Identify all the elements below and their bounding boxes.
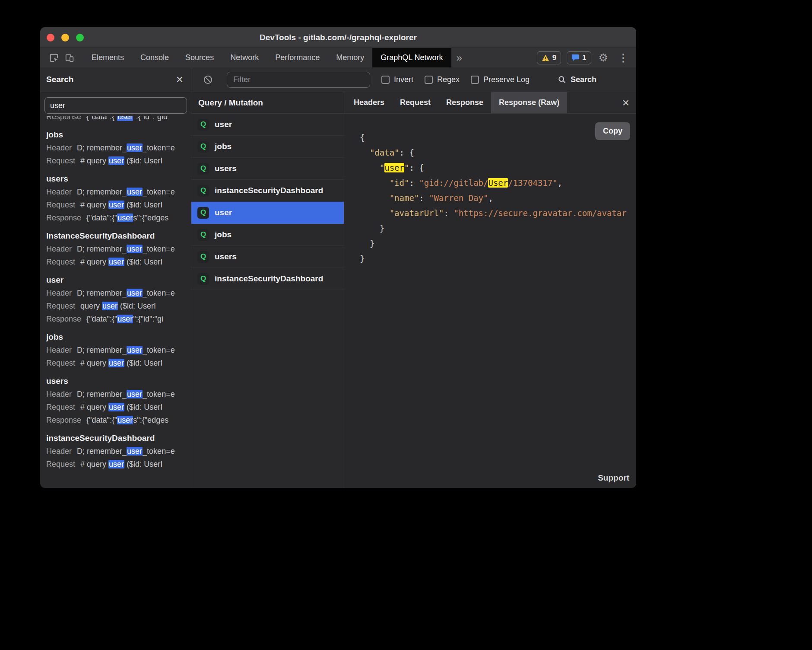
search-match-highlight: user — [127, 188, 143, 196]
device-toolbar-icon[interactable] — [62, 51, 77, 65]
result-line-response[interactable]: Response{"data":{"user":{"id":"gid — [46, 116, 185, 123]
tab-sources[interactable]: Sources — [177, 48, 222, 67]
toolbar-search[interactable]: Search — [558, 75, 596, 84]
tab-network[interactable]: Network — [222, 48, 267, 67]
json-line: "avatarUrl": "https://secure.gravatar.co… — [360, 206, 632, 221]
query-list-item-instancesecuritydashboard[interactable]: QinstanceSecurityDashboard — [191, 180, 344, 202]
checkbox-label-invert: Invert — [394, 75, 413, 84]
message-bubble-icon — [571, 54, 579, 61]
result-line-label: Header — [46, 390, 72, 398]
search-input[interactable] — [44, 97, 187, 114]
json-token: "data" — [370, 148, 400, 157]
close-detail-icon[interactable]: × — [615, 97, 636, 109]
inspect-element-icon[interactable] — [46, 51, 62, 65]
search-match-highlight: user — [127, 289, 143, 297]
search-match-highlight: user — [108, 201, 124, 209]
tab-graphql-network[interactable]: GraphQL Network — [372, 48, 451, 67]
json-token: } — [360, 223, 384, 233]
console-messages-badge[interactable]: 1 — [567, 51, 591, 64]
result-line-header[interactable]: HeaderD; remember_user_token=e — [46, 185, 185, 198]
result-line-text: ($id: UserI — [124, 258, 162, 266]
query-list-item-jobs[interactable]: Qjobs — [191, 136, 344, 158]
json-token: "gid://gitlab/ — [419, 178, 488, 188]
main-content: Response{"data":{"user":{"id":"gid jobsH… — [40, 92, 636, 488]
result-line-header[interactable]: HeaderD; remember_user_token=e — [46, 388, 185, 401]
tab-memory[interactable]: Memory — [328, 48, 372, 67]
result-operation-name[interactable]: users — [46, 376, 185, 386]
json-token: " — [404, 163, 409, 172]
traffic-lights — [40, 34, 84, 41]
result-line-label: Header — [46, 447, 72, 456]
tab-console[interactable]: Console — [132, 48, 177, 67]
detail-tab-headers[interactable]: Headers — [346, 92, 392, 113]
detail-tab-request[interactable]: Request — [392, 92, 438, 113]
result-operation-name[interactable]: instanceSecurityDashboard — [46, 433, 185, 443]
result-line-response[interactable]: Response{"data":{"users":{"edges — [46, 211, 185, 224]
devtools-window: DevTools - gitlab.com/-/graphql-explorer… — [40, 27, 636, 488]
query-list-item-user[interactable]: Quser — [191, 114, 344, 136]
settings-gear-icon[interactable]: ⚙ — [597, 51, 610, 64]
close-search-panel-icon[interactable]: × — [176, 73, 183, 86]
result-line-request[interactable]: Request# query user ($id: UserI — [46, 458, 185, 471]
console-warnings-badge[interactable]: 9 — [537, 51, 561, 64]
result-line-label: Header — [46, 346, 72, 354]
result-operation-name[interactable]: instanceSecurityDashboard — [46, 231, 185, 241]
more-tabs-chevron[interactable]: » — [451, 52, 467, 64]
detail-tab-response-raw[interactable]: Response (Raw) — [491, 92, 567, 113]
search-panel-title: Search — [46, 75, 73, 84]
tab-performance[interactable]: Performance — [267, 48, 328, 67]
result-line-request[interactable]: Request# query user ($id: UserI — [46, 357, 185, 370]
filter-input[interactable] — [227, 72, 370, 88]
query-list-item-jobs[interactable]: Qjobs — [191, 224, 344, 246]
copy-button[interactable]: Copy — [595, 122, 630, 140]
result-line-header[interactable]: HeaderD; remember_user_token=e — [46, 445, 185, 458]
tab-elements[interactable]: Elements — [83, 48, 132, 67]
query-list-item-user[interactable]: Quser — [191, 202, 344, 224]
zoom-window-button[interactable] — [76, 34, 84, 41]
result-operation-name[interactable]: jobs — [46, 332, 185, 342]
result-line-request[interactable]: Request# query user ($id: UserI — [46, 198, 185, 211]
result-line-request[interactable]: Requestquery user ($id: UserI — [46, 300, 185, 312]
message-count: 1 — [582, 54, 586, 62]
query-list-item-users[interactable]: Qusers — [191, 246, 344, 268]
titlebar: DevTools - gitlab.com/-/graphql-explorer — [40, 27, 636, 48]
json-token: "id" — [390, 178, 409, 188]
result-operation-name[interactable]: jobs — [46, 130, 185, 140]
result-line-request[interactable]: Request# query user ($id: UserI — [46, 401, 185, 414]
result-line-request[interactable]: Request# query user ($id: UserI — [46, 255, 185, 268]
toolbar: Search × InvertRegexPreserve Log Search — [40, 67, 636, 92]
result-line-header[interactable]: HeaderD; remember_user_token=e — [46, 141, 185, 154]
query-list-item-users[interactable]: Qusers — [191, 158, 344, 180]
result-line-header[interactable]: HeaderD; remember_user_token=e — [46, 242, 185, 255]
checkbox-box-invert[interactable] — [381, 76, 390, 84]
result-line-text: s":{"edges — [133, 213, 168, 222]
checkbox-preserve-log[interactable]: Preserve Log — [471, 75, 530, 84]
result-line-text: {"data":{" — [86, 416, 117, 424]
result-line-header[interactable]: HeaderD; remember_user_token=e — [46, 287, 185, 300]
result-operation-name[interactable]: users — [46, 174, 185, 184]
result-line-text: {"data":{" — [86, 315, 117, 323]
checkbox-invert[interactable]: Invert — [381, 75, 413, 84]
result-line-header[interactable]: HeaderD; remember_user_token=e — [46, 344, 185, 357]
checkbox-box-preserve-log[interactable] — [471, 76, 479, 84]
search-match-highlight: user — [127, 346, 143, 354]
result-line-label: Request — [46, 359, 75, 367]
result-line-response[interactable]: Response{"data":{"users":{"edges — [46, 414, 185, 427]
result-line-response[interactable]: Response{"data":{"user":{"id":"gi — [46, 312, 185, 325]
json-response: { "data": { "user": { "id": "gid://gitla… — [344, 114, 636, 271]
checkbox-regex[interactable]: Regex — [425, 75, 460, 84]
result-operation-name[interactable]: user — [46, 275, 185, 285]
query-list-item-instancesecuritydashboard[interactable]: QinstanceSecurityDashboard — [191, 268, 344, 290]
minimize-window-button[interactable] — [61, 34, 69, 41]
detail-tab-response[interactable]: Response — [438, 92, 491, 113]
clear-requests-icon[interactable] — [200, 72, 216, 87]
result-line-text: # query — [80, 359, 108, 367]
checkbox-box-regex[interactable] — [425, 76, 433, 84]
result-line-request[interactable]: Request# query user ($id: UserI — [46, 154, 185, 167]
kebab-menu-icon[interactable]: ⋮ — [615, 52, 631, 64]
support-link[interactable]: Support — [598, 473, 629, 483]
json-token: "name" — [390, 193, 419, 203]
detail-tabbar: HeadersRequestResponseResponse (Raw) × — [344, 92, 636, 114]
close-window-button[interactable] — [47, 34, 54, 41]
warning-count: 9 — [552, 54, 556, 62]
